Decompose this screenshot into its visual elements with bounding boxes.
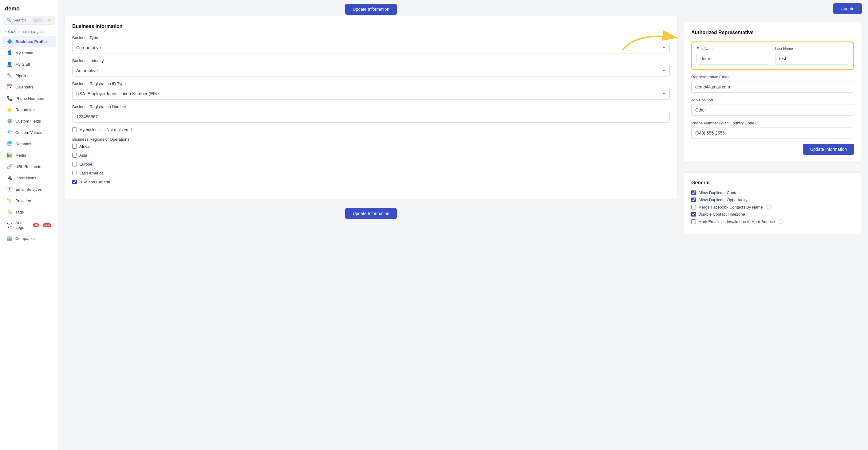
sidebar-label-integrations: Integrations [16, 176, 36, 180]
sidebar-item-tags[interactable]: 🏷️Tags [2, 206, 56, 218]
business-reg-number-label: Business Registration Number [72, 104, 670, 109]
sidebar-item-phone-numbers[interactable]: 📞Phone Numbers [2, 93, 56, 104]
sidebar-item-providers[interactable]: 🏷️Providers [2, 195, 56, 206]
sidebar-item-domains[interactable]: 🌐Domains [2, 138, 56, 149]
sidebar-item-calendars[interactable]: 📅Calendars [2, 82, 56, 92]
bottom-update-btn-row: Update Information [65, 204, 677, 220]
last-name-label: Last Name [775, 47, 849, 51]
general-label-0: Allow Duplicate Contact [698, 190, 740, 195]
custom-fields-icon: ⚙️ [7, 118, 12, 124]
general-title: General [691, 180, 854, 186]
job-position-input[interactable] [691, 104, 854, 116]
business-reg-id-label: Business Registration ID Type [72, 82, 670, 86]
sidebar-item-companies[interactable]: 🏢Companies [2, 233, 56, 244]
general-checkbox-2[interactable] [691, 205, 696, 210]
info-icon-2[interactable]: i [767, 204, 772, 210]
badge-new-audit-logs: new [43, 223, 51, 227]
companies-icon: 🏢 [7, 235, 12, 241]
right-top-update-button[interactable]: Update [833, 3, 862, 14]
sidebar-label-url-redirects: URL Redirects [16, 164, 41, 169]
sidebar-item-my-profile[interactable]: 👤My Profile [2, 47, 56, 58]
general-checkbox-4[interactable] [691, 219, 696, 224]
sidebar-item-my-staff[interactable]: 👤My Staff [2, 59, 56, 70]
sidebar-label-my-profile: My Profile [16, 51, 33, 55]
my-staff-icon: 👤 [7, 61, 12, 67]
sidebar-item-custom-fields[interactable]: ⚙️Custom Fields [2, 116, 56, 127]
right-panel: Update Authorized Representative First N… [684, 0, 868, 450]
region-checkbox-asia[interactable] [72, 153, 77, 158]
right-top-btn-row: Update [684, 0, 862, 17]
regions-label: Business Regions of Operations [72, 137, 670, 141]
search-bar[interactable]: 🔍 Search ctrl K ⚡ [3, 16, 55, 25]
general-checkbox-row-0: Allow Duplicate Contact [691, 190, 854, 195]
rep-email-label: Representative Email [691, 75, 854, 79]
sidebar-item-business-profile[interactable]: 🔷Business Profile [2, 36, 56, 47]
first-name-input[interactable] [696, 53, 770, 65]
sidebar-item-audit-logs[interactable]: 💬Audit Logs10new [2, 218, 56, 232]
sidebar-label-custom-values: Custom Values [16, 130, 42, 135]
region-label: USA and Canada [79, 180, 110, 184]
phone-numbers-icon: 📞 [7, 96, 12, 101]
general-section: General Allow Duplicate ContactAllow Dup… [684, 172, 862, 234]
sidebar-label-domains: Domains [16, 141, 31, 146]
sidebar-label-audit-logs: Audit Logs [16, 221, 29, 230]
general-checkbox-row-2: Merge Facebook Contacts By Namei [691, 204, 854, 210]
general-checkbox-row-1: Allow Duplicate Opportunity [691, 197, 854, 202]
sidebar-item-media[interactable]: 🖼️Media [2, 150, 56, 161]
region-row-africa: Africa [72, 144, 670, 149]
sidebar-label-custom-fields: Custom Fields [16, 119, 41, 124]
badge-count-audit-logs: 10 [33, 223, 39, 227]
not-registered-label: My business is Not registered [79, 127, 132, 132]
region-checkbox-europe[interactable] [72, 162, 77, 166]
business-industry-label: Business Industry [72, 58, 670, 63]
integrations-icon: 🔌 [7, 175, 12, 181]
pipelines-icon: 🔧 [7, 73, 12, 78]
general-label-4: Mark Emails as Invalid due to Hard Bounc… [698, 219, 775, 224]
auth-update-button[interactable]: Update Information [803, 144, 854, 155]
sidebar-label-calendars: Calendars [16, 85, 33, 89]
region-row-usa-and-canada: USA and Canada [72, 180, 670, 184]
business-industry-select[interactable]: Automotive [72, 65, 670, 76]
main-content: Update Information Business Information … [58, 0, 868, 450]
url-redirects-icon: 🔗 [7, 164, 12, 169]
region-row-europe: Europe [72, 162, 670, 166]
domains-icon: 🌐 [7, 141, 12, 147]
general-checkbox-3[interactable] [691, 212, 696, 217]
providers-icon: 🏷️ [7, 198, 12, 203]
general-checkboxes-list: Allow Duplicate ContactAllow Duplicate O… [691, 190, 854, 224]
phone-group: Phone Number (With Country Code) [691, 121, 854, 139]
back-navigation[interactable]: ‹ Back to main navigation [0, 28, 58, 36]
region-label: Africa [79, 144, 89, 149]
auth-rep-title: Authorized Representative [691, 30, 854, 35]
sidebar-item-integrations[interactable]: 🔌Integrations [2, 172, 56, 183]
update-information-bottom-button[interactable]: Update Information [345, 208, 397, 219]
sidebar-label-email-services: Email Services [16, 187, 42, 192]
general-checkbox-1[interactable] [691, 197, 696, 202]
not-registered-checkbox[interactable] [72, 127, 77, 132]
update-information-top-button[interactable]: Update Information [345, 4, 397, 15]
first-name-field: First Name [696, 47, 770, 65]
last-name-input[interactable] [775, 53, 849, 65]
phone-input[interactable] [691, 127, 854, 139]
sidebar-item-custom-values[interactable]: 💎Custom Values [2, 127, 56, 138]
sidebar-item-pipelines[interactable]: 🔧Pipelines [2, 70, 56, 81]
business-type-select[interactable]: Co-operative [72, 42, 670, 54]
region-row-asia: Asia [72, 153, 670, 158]
sidebar-label-pipelines: Pipelines [16, 73, 32, 78]
business-reg-id-select[interactable]: USA: Employer Identification Number (EIN… [72, 88, 670, 99]
rep-email-input[interactable] [691, 81, 854, 93]
business-industry-group: Business Industry Automotive [72, 58, 670, 76]
general-checkbox-0[interactable] [691, 190, 696, 195]
info-icon-4[interactable]: i [779, 219, 783, 224]
business-reg-number-input[interactable] [72, 111, 670, 123]
sidebar-item-reputation[interactable]: ⭐Reputation [2, 104, 56, 115]
auth-update-btn-row: Update Information [691, 144, 854, 155]
region-checkbox-usa-and-canada[interactable] [72, 180, 77, 184]
sidebar-item-url-redirects[interactable]: 🔗URL Redirects [2, 161, 56, 172]
sidebar-item-email-services[interactable]: 📧Email Services [2, 184, 56, 195]
region-checkbox-latin-america[interactable] [72, 171, 77, 175]
custom-values-icon: 💎 [7, 130, 12, 135]
sidebar-label-companies: Companies [16, 236, 36, 241]
region-checkbox-africa[interactable] [72, 144, 77, 149]
sidebar-nav: 🔷Business Profile👤My Profile👤My Staff🔧Pi… [0, 36, 58, 244]
